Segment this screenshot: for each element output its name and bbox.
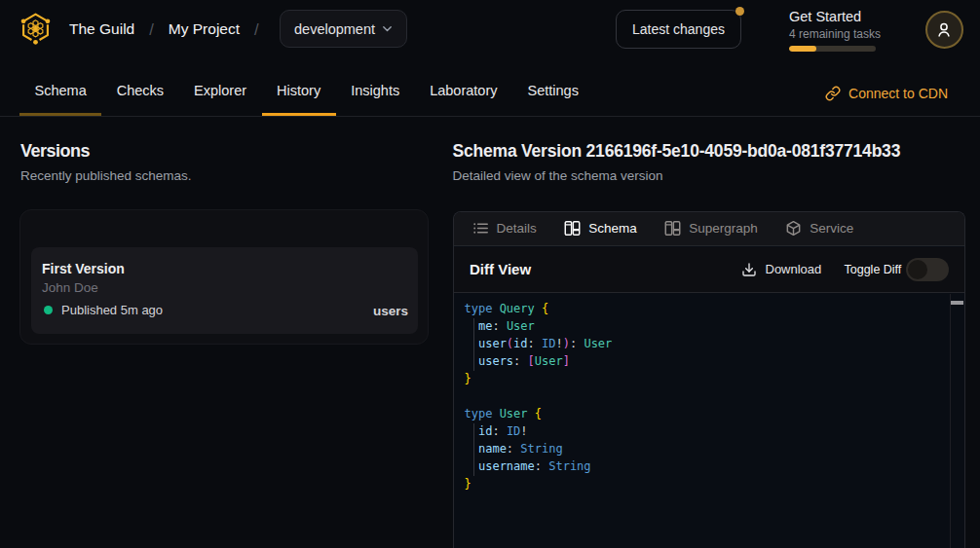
nav-tab-checks[interactable]: Checks — [101, 65, 178, 116]
download-icon — [741, 262, 757, 277]
detail-tab-label: Schema — [588, 221, 637, 236]
app-screen: The Guild / My Project / development Lat… — [0, 0, 980, 548]
detail-tab-supergraph[interactable]: Supergraph — [664, 220, 758, 237]
detail-tab-label: Details — [497, 221, 537, 236]
logo-honeycomb — [28, 20, 43, 37]
detail-tab-label: Supergraph — [689, 221, 758, 236]
get-started-subtitle: 4 remaining tasks — [789, 27, 916, 42]
version-service-badge: users — [373, 304, 408, 318]
code-scrollbar-thumb[interactable] — [951, 301, 963, 305]
download-button[interactable]: Download — [741, 247, 822, 292]
version-status-label: Published 5m ago — [61, 303, 163, 317]
link-icon — [825, 86, 841, 101]
version-list-item[interactable]: First Version John Doe Published 5m ago … — [31, 247, 418, 334]
notification-dot — [735, 7, 744, 16]
get-started-progressbar — [789, 46, 876, 52]
schema-detail-panel: Details Schema Supergraph Service Diff V… — [453, 211, 965, 548]
detail-tab-service[interactable]: Service — [785, 220, 853, 237]
toggle-knob — [908, 260, 927, 279]
panels-icon — [664, 220, 681, 237]
user-icon — [935, 20, 953, 39]
indent-guide — [473, 423, 474, 476]
breadcrumb-project-link[interactable]: My Project — [169, 20, 240, 38]
version-author: John Doe — [42, 280, 98, 295]
indent-guide — [473, 318, 474, 371]
main-nav: SchemaChecksExplorerHistoryInsightsLabor… — [0, 58, 980, 117]
main-nav-tabs: SchemaChecksExplorerHistoryInsightsLabor… — [19, 65, 593, 116]
nav-tab-label: Schema — [35, 83, 87, 98]
detail-tab-schema[interactable]: Schema — [564, 220, 637, 237]
get-started-title: Get Started — [789, 9, 916, 25]
detail-tab-details[interactable]: Details — [472, 220, 537, 237]
user-menu-button[interactable] — [925, 11, 963, 49]
toggle-diff-label: Toggle Diff — [845, 263, 902, 276]
cube-icon — [785, 220, 802, 237]
schema-code-viewer: type Query { me: User user(id: ID!): Use… — [454, 294, 964, 548]
connect-to-cdn-link[interactable]: Connect to CDN — [825, 70, 948, 116]
nav-tab-history[interactable]: History — [262, 65, 336, 116]
diff-toolbar: Diff View Download Toggle Diff — [454, 247, 964, 293]
latest-changes-button[interactable]: Latest changes — [616, 10, 741, 49]
versions-subtitle: Recently published schemas. — [20, 168, 192, 183]
top-header: The Guild / My Project / development Lat… — [0, 0, 980, 58]
target-select-value: development — [294, 21, 380, 37]
panels-icon — [564, 220, 581, 237]
published-dot-icon — [44, 306, 53, 314]
nav-tab-settings[interactable]: Settings — [512, 65, 593, 116]
list-bullet-icon — [472, 220, 489, 237]
get-started-widget[interactable]: Get Started 4 remaining tasks — [789, 9, 916, 52]
breadcrumb: The Guild / My Project / — [69, 0, 259, 58]
nav-tab-schema[interactable]: Schema — [19, 65, 101, 116]
breadcrumb-separator: / — [254, 20, 259, 39]
detail-tab-label: Service — [810, 221, 853, 236]
schema-version-title: Schema Version 2166196f-5e10-4059-bd0a-0… — [453, 141, 901, 162]
nav-tab-label: History — [277, 83, 320, 98]
version-status: Published 5m ago — [44, 303, 163, 317]
nav-tab-explorer[interactable]: Explorer — [179, 65, 262, 116]
versions-list-card: First Version John Doe Published 5m ago … — [19, 209, 429, 345]
version-name: First Version — [42, 261, 125, 276]
schema-detail-tabs: Details Schema Supergraph Service — [454, 212, 964, 246]
nav-tab-label: Explorer — [194, 83, 246, 98]
breadcrumb-separator: / — [149, 20, 154, 39]
guild-hive-logo[interactable] — [19, 12, 52, 45]
versions-title: Versions — [20, 141, 90, 162]
nav-tab-insights[interactable]: Insights — [336, 65, 415, 116]
graphql-code[interactable]: type Query { me: User user(id: ID!): Use… — [465, 300, 613, 493]
schema-version-subtitle: Detailed view of the schema version — [453, 168, 663, 183]
chevron-down-icon — [380, 21, 395, 36]
nav-tab-label: Settings — [528, 83, 579, 98]
nav-tab-label: Insights — [351, 83, 399, 98]
target-select[interactable]: development — [280, 10, 407, 48]
download-label: Download — [766, 262, 822, 276]
nav-tab-laboratory[interactable]: Laboratory — [415, 65, 512, 116]
get-started-progress-fill — [789, 46, 816, 52]
code-scrollbar-track — [950, 294, 951, 548]
diff-view-title: Diff View — [470, 261, 531, 277]
toggle-diff-switch[interactable] — [906, 258, 949, 281]
connect-to-cdn-label: Connect to CDN — [848, 86, 948, 101]
nav-tab-label: Laboratory — [430, 83, 497, 98]
nav-tab-label: Checks — [117, 83, 164, 98]
breadcrumb-org-link[interactable]: The Guild — [69, 20, 134, 38]
